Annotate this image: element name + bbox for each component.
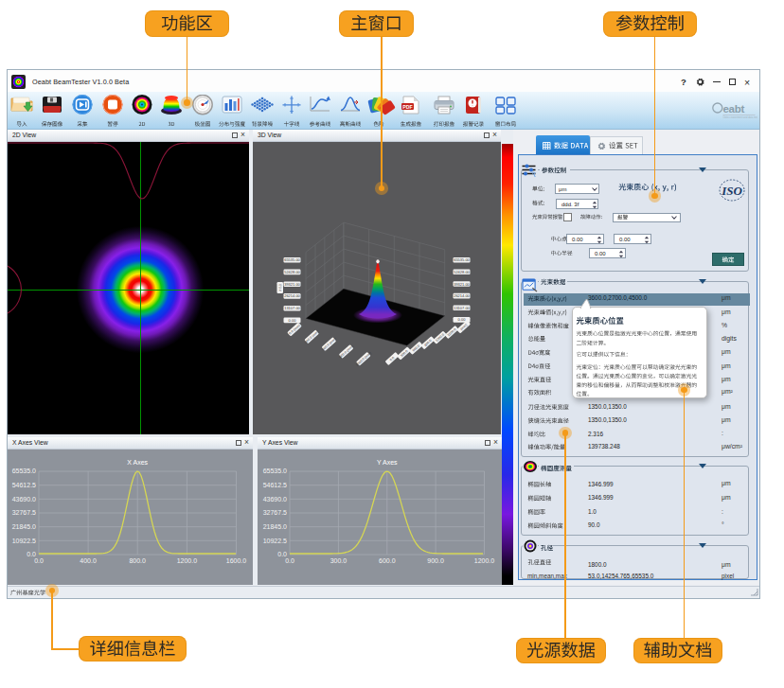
svg-text:0.00: 0.00 [289, 318, 297, 323]
svg-text:21845.0: 21845.0 [12, 523, 36, 530]
svg-text:0.0: 0.0 [285, 557, 294, 564]
svg-text:0.00: 0.00 [458, 317, 467, 322]
svg-text:65535.0: 65535.0 [12, 467, 36, 474]
svg-text:Optics experiment and data te: Optics experiment and data testing [723, 115, 758, 119]
svg-text:43690.0: 43690.0 [263, 496, 287, 503]
svg-text:ISO: ISO [721, 184, 742, 198]
svg-text:10922.5: 10922.5 [12, 538, 36, 544]
svg-text:0.0: 0.0 [34, 557, 44, 564]
svg-text:900.0: 900.0 [427, 557, 444, 564]
svg-text:900.0 (mm): 900.0 (mm) [339, 344, 354, 359]
svg-text:52428.00: 52428.00 [284, 270, 300, 274]
svg-text:z (u): z (u) [278, 283, 282, 291]
svg-text:54612.5: 54612.5 [12, 482, 36, 488]
svg-text:300.0 (mm): 300.0 (mm) [304, 329, 319, 344]
svg-text:21845.0: 21845.0 [263, 523, 287, 530]
svg-text:54612.5: 54612.5 [263, 482, 287, 488]
svg-text:1200.0: 1200.0 [177, 557, 198, 564]
svg-text:32767.5: 32767.5 [263, 509, 287, 516]
svg-text:X Axes: X Axes [127, 459, 148, 466]
svg-text:Y Axes: Y Axes [377, 459, 398, 466]
svg-text:600.0 (mm): 600.0 (mm) [322, 337, 337, 351]
svg-text:10922.5: 10922.5 [263, 538, 287, 544]
svg-text:39321.00: 39321.00 [454, 282, 470, 287]
svg-text:32767.5: 32767.5 [12, 509, 36, 516]
svg-text:1200.0: 1200.0 [435, 333, 445, 343]
svg-text:PDF: PDF [402, 104, 412, 110]
svg-text:400.0: 400.0 [80, 557, 97, 564]
svg-text:300.0: 300.0 [330, 557, 347, 564]
svg-text:65535.00: 65535.00 [284, 257, 300, 262]
svg-text:1200.0: 1200.0 [474, 557, 495, 564]
svg-text:1500.0: 1500.0 [447, 327, 457, 337]
svg-text:39321.00: 39321.00 [284, 282, 300, 287]
svg-text:1200.0 (mm): 1200.0 (mm) [355, 351, 372, 367]
svg-text:800.0: 800.0 [129, 557, 146, 564]
svg-text:13107.00: 13107.00 [454, 306, 470, 310]
svg-text:600.0: 600.0 [379, 557, 396, 564]
svg-text:65535.00: 65535.00 [454, 257, 470, 262]
svg-text:13107.00: 13107.00 [284, 306, 300, 310]
svg-text:43690.0: 43690.0 [12, 496, 36, 503]
svg-text:eabt: eabt [723, 103, 745, 115]
svg-text:52428.00: 52428.00 [454, 270, 470, 274]
svg-text:26214.00: 26214.00 [454, 293, 470, 298]
svg-text:65535.0: 65535.0 [263, 467, 287, 474]
svg-text:26214.00: 26214.00 [284, 293, 300, 298]
svg-text:1600.0: 1600.0 [226, 557, 247, 564]
